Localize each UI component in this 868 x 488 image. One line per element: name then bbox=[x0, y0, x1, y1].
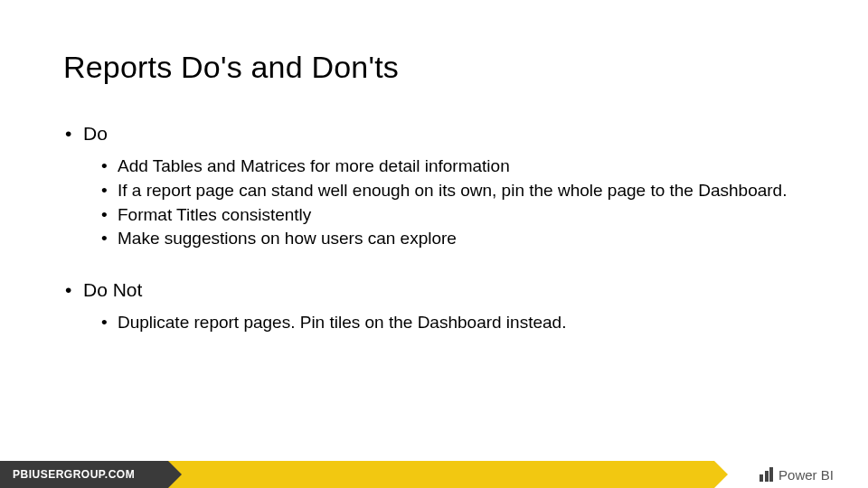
footer-accent-bar bbox=[168, 461, 714, 488]
bullet-list: Do Add Tables and Matrices for more deta… bbox=[63, 121, 805, 250]
slide-content: Reports Do's and Don'ts Do Add Tables an… bbox=[0, 0, 868, 334]
slide-title: Reports Do's and Don'ts bbox=[63, 50, 805, 85]
list-item: Add Tables and Matrices for more detail … bbox=[63, 155, 805, 178]
list-item: If a report page can stand well enough o… bbox=[63, 180, 805, 202]
powerbi-text: Power BI bbox=[778, 467, 834, 483]
footer-site-label: PBIUSERGROUP.COM bbox=[0, 461, 168, 488]
section-gap bbox=[63, 252, 805, 277]
list-item: Format Titles consistently bbox=[63, 204, 805, 227]
list-item: Duplicate report pages. Pin tiles on the… bbox=[63, 312, 805, 334]
list-item: Make suggestions on how users can explor… bbox=[63, 228, 805, 250]
section-heading-do: Do bbox=[63, 121, 805, 146]
bullet-list: Do Not Duplicate report pages. Pin tiles… bbox=[63, 277, 805, 334]
powerbi-icon bbox=[760, 467, 773, 482]
section-heading-donot: Do Not bbox=[63, 277, 805, 303]
footer: PBIUSERGROUP.COM Power BI bbox=[0, 461, 868, 488]
footer-brand: Power BI bbox=[714, 461, 868, 488]
